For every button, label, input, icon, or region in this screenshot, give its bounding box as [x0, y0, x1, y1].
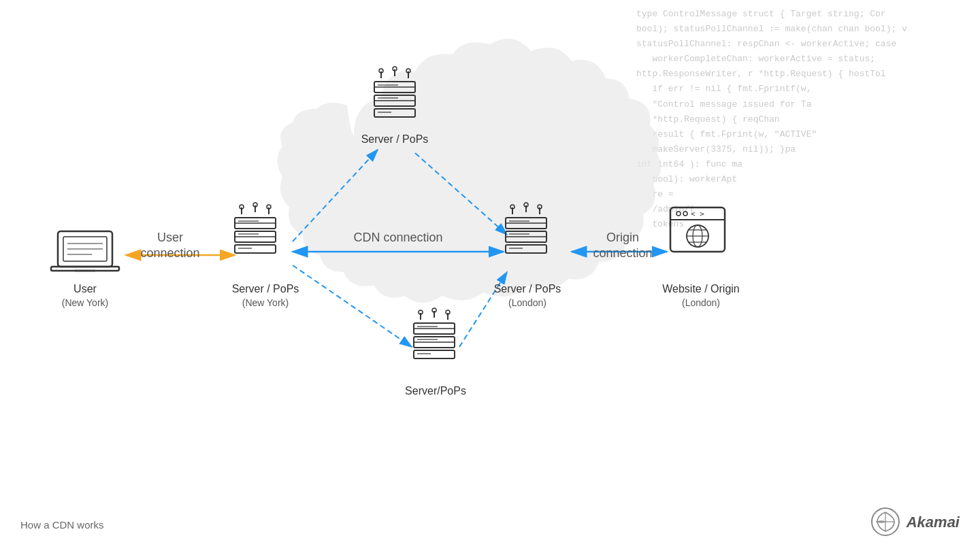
user-label: User — [74, 283, 97, 295]
server-ny-sublabel: (New York) — [242, 297, 289, 308]
website-node: < > — [670, 207, 725, 252]
server-bottom-label: Server/PoPs — [405, 385, 466, 397]
svg-text:< >: < > — [691, 210, 704, 218]
server-bottom-node — [414, 308, 455, 358]
user-sublabel: (New York) — [62, 297, 108, 308]
svg-rect-71 — [414, 350, 455, 358]
user-connection-label2: connection — [140, 246, 199, 260]
website-sublabel: (London) — [682, 297, 720, 308]
user-node — [51, 231, 119, 271]
akamai-logo-icon — [870, 507, 901, 537]
server-top-node — [374, 67, 415, 117]
server-london-node — [506, 203, 546, 253]
diagram-caption: How a CDN works — [20, 519, 104, 531]
server-london-sublabel: (London) — [508, 297, 546, 308]
akamai-logo: Akamai — [870, 507, 960, 537]
origin-connection-label: Origin — [606, 231, 639, 244]
server-top-label: Server / PoPs — [361, 133, 429, 145]
server-ny-node — [235, 203, 276, 253]
origin-connection-label2: connection — [593, 246, 652, 260]
cdn-connection-label: CDN connection — [353, 231, 442, 244]
svg-point-78 — [683, 212, 687, 216]
user-connection-label: User — [157, 231, 183, 244]
akamai-brand-name: Akamai — [906, 514, 960, 531]
server-ny-label: Server / PoPs — [232, 283, 299, 295]
cloud-shape — [278, 39, 662, 303]
server-london-label: Server / PoPs — [494, 283, 561, 295]
website-label: Website / Origin — [662, 283, 740, 295]
cdn-diagram: User (New York) Server / PoPs (New York) — [0, 0, 749, 551]
svg-point-77 — [676, 212, 681, 216]
svg-rect-29 — [235, 245, 276, 253]
